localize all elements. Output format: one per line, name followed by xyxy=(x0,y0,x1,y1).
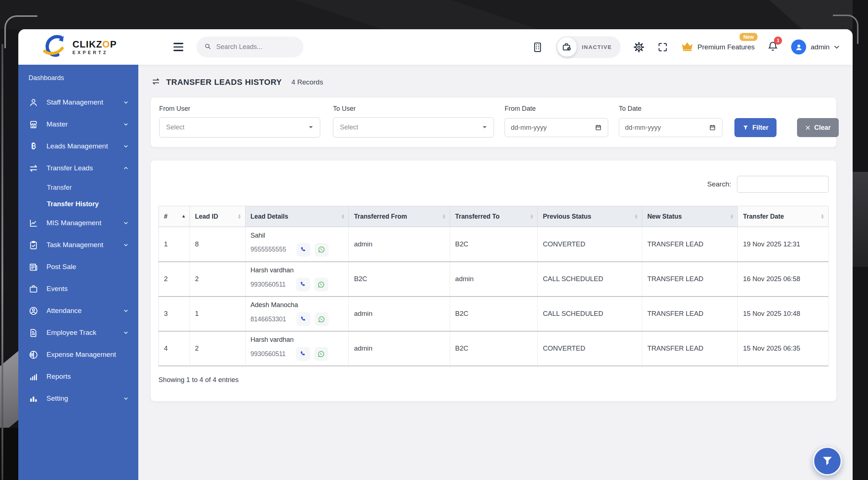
from-user-select[interactable]: Select xyxy=(159,117,320,137)
sidebar-item-employee-track[interactable]: Employee Track xyxy=(18,322,138,344)
brand-emblem-icon xyxy=(42,34,69,60)
phone-icon xyxy=(299,281,307,288)
cell-transferred-to: B2C xyxy=(450,227,538,262)
sidebar-subitem-transfer[interactable]: Transfer xyxy=(18,179,138,196)
whatsapp-button[interactable] xyxy=(315,243,329,257)
sidebar-subitem-transfer-history[interactable]: Transfer History xyxy=(18,196,138,212)
sort-icons: ▲▼ xyxy=(530,214,534,219)
cell-transfer-date: 15 Nov 2025 06:35 xyxy=(738,331,828,366)
global-search[interactable] xyxy=(197,37,303,57)
cell-lead-details: Sahil 9555555555 xyxy=(245,227,349,262)
records-count: 4 Records xyxy=(291,78,323,86)
table-row[interactable]: 3 1 Adesh Manocha 8146653301 admin xyxy=(159,296,828,331)
table-row[interactable]: 1 8 Sahil 9555555555 admin B2C xyxy=(159,227,828,262)
phone-icon xyxy=(300,315,307,323)
to-user-select[interactable]: Select xyxy=(333,117,494,137)
table-header-row: #▲ Lead ID▲▼ Lead Details▲▼ Transferred … xyxy=(159,206,828,227)
user-icon xyxy=(29,98,38,107)
sort-icons: ▲▼ xyxy=(634,214,638,219)
frame-right-edge xyxy=(853,0,868,480)
sidebar-item-master[interactable]: Master xyxy=(18,113,138,135)
floating-filter-button[interactable] xyxy=(813,446,842,476)
whatsapp-button[interactable] xyxy=(314,347,328,361)
column-header-lead-details[interactable]: Lead Details▲▼ xyxy=(245,206,349,227)
sidebar-item-post-sale[interactable]: Post Sale xyxy=(18,256,138,278)
sidebar-item-expense-management[interactable]: Expense Management xyxy=(18,344,138,366)
column-header-previous-status[interactable]: Previous Status▲▼ xyxy=(538,206,642,227)
column-header-transfer-date[interactable]: Transfer Date▲▼ xyxy=(738,206,828,227)
sidebar-item-attendance[interactable]: Attendance xyxy=(18,300,138,322)
transfer-arrows-icon xyxy=(151,77,161,87)
newspaper-icon xyxy=(29,262,38,272)
column-header-lead-id[interactable]: Lead ID▲▼ xyxy=(190,206,245,227)
chevron-down-icon xyxy=(123,308,129,314)
sidebar-item-staff-management[interactable]: Staff Management xyxy=(18,91,138,113)
search-icon xyxy=(204,42,212,52)
call-button[interactable] xyxy=(296,243,310,257)
whatsapp-icon xyxy=(318,315,325,323)
funnel-icon xyxy=(821,455,834,467)
from-date-input[interactable]: dd-mm-yyyy xyxy=(505,118,608,137)
crown-icon xyxy=(681,41,694,53)
column-header-index[interactable]: #▲ xyxy=(159,206,190,227)
whatsapp-icon xyxy=(317,281,325,288)
lead-name: Harsh vardhan xyxy=(251,267,344,274)
sidebar-item-transfer-leads[interactable]: Transfer Leads xyxy=(18,157,138,179)
call-button[interactable] xyxy=(296,312,310,326)
premium-features-label: Premium Features xyxy=(697,43,755,51)
company-building-icon[interactable] xyxy=(532,41,543,53)
filter-button[interactable]: Filter xyxy=(734,118,777,137)
user-circle-icon xyxy=(29,306,38,316)
sidebar-item-leads-management[interactable]: Leads Management xyxy=(18,135,138,157)
cell-index: 2 xyxy=(159,262,190,296)
table-row[interactable]: 2 2 Harsh vardhan 9930560511 B2C xyxy=(159,262,828,296)
pie-chart-icon xyxy=(29,350,38,360)
sidebar-section-dashboards[interactable]: Dashboards xyxy=(18,74,138,91)
bitcoin-icon xyxy=(29,141,38,151)
caret-down-icon xyxy=(308,126,313,129)
whatsapp-button[interactable] xyxy=(314,277,328,291)
sort-icons: ▲▼ xyxy=(820,214,824,219)
frame-sheen xyxy=(0,0,868,29)
cell-lead-details: Adesh Manocha 8146653301 xyxy=(245,296,349,331)
call-button[interactable] xyxy=(296,347,310,361)
sidebar-item-setting[interactable]: Setting xyxy=(18,388,138,409)
table-row[interactable]: 4 2 Harsh vardhan 9930560511 admin xyxy=(159,331,828,366)
cell-new-status: TRANSFER LEAD xyxy=(642,296,738,331)
to-date-input[interactable]: dd-mm-yyyy xyxy=(619,118,722,137)
sort-icons: ▲▼ xyxy=(341,214,345,219)
whatsapp-button[interactable] xyxy=(315,312,329,326)
sidebar-item-events[interactable]: Events xyxy=(18,278,138,300)
cell-transferred-from: admin xyxy=(349,227,450,262)
brand-name: CLIKZOP xyxy=(72,39,117,49)
premium-features-link[interactable]: Premium Features New xyxy=(681,41,755,53)
to-user-label: To User xyxy=(333,105,494,113)
attendance-status-toggle[interactable]: INACTIVE xyxy=(556,36,621,58)
user-name: admin xyxy=(811,43,830,51)
global-search-input[interactable] xyxy=(216,43,296,51)
brand-logo[interactable]: CLIKZOP EXPERTZ xyxy=(42,34,138,60)
whatsapp-icon xyxy=(317,350,325,358)
sidebar-item-mis-management[interactable]: MIS Management xyxy=(18,212,138,234)
table-search-input[interactable] xyxy=(737,176,828,193)
notifications-button[interactable]: 1 xyxy=(767,40,779,54)
page-title: TRANSFER LEADS HISTORY xyxy=(166,78,282,87)
chevron-down-icon xyxy=(123,143,129,149)
caret-down-icon xyxy=(482,126,487,129)
column-header-new-status[interactable]: New Status▲▼ xyxy=(642,206,738,227)
bars-icon xyxy=(29,394,38,404)
sidebar-item-task-management[interactable]: Task Management xyxy=(18,234,138,256)
call-button[interactable] xyxy=(296,277,310,291)
cell-transferred-from: admin xyxy=(349,296,450,331)
column-header-transferred-to[interactable]: Transferred To▲▼ xyxy=(450,206,538,227)
column-header-transferred-from[interactable]: Transferred From▲▼ xyxy=(349,206,450,227)
fullscreen-icon[interactable] xyxy=(657,42,668,53)
lead-name: Adesh Manocha xyxy=(251,301,344,309)
clear-button[interactable]: Clear xyxy=(797,118,839,137)
notification-count-badge: 1 xyxy=(774,37,782,45)
settings-gear-icon[interactable] xyxy=(633,41,645,53)
user-menu[interactable]: admin xyxy=(791,39,839,54)
sidebar-item-reports[interactable]: Reports xyxy=(18,366,138,388)
clipboard-check-icon xyxy=(29,240,38,250)
menu-toggle-button[interactable] xyxy=(173,43,183,51)
